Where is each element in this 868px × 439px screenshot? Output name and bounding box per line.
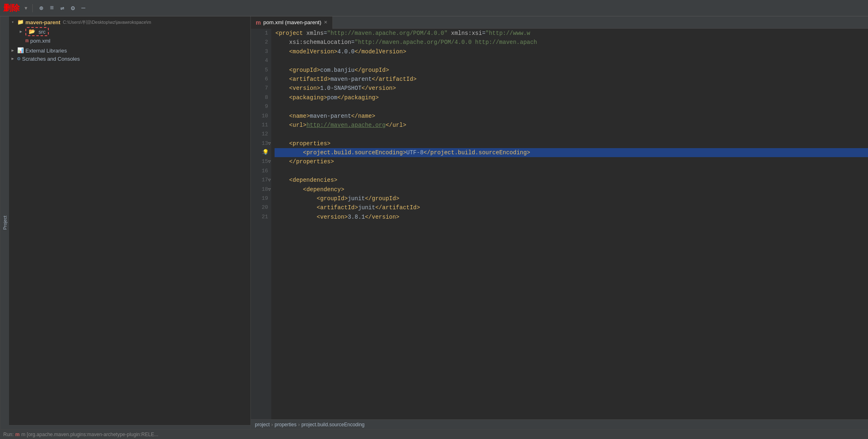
run-text: m [org.apache.maven.plugins:maven-archet…	[21, 432, 158, 437]
fold-icon-13[interactable]: ▽	[268, 139, 271, 148]
maven-parent-icon: 📁	[17, 19, 24, 25]
code-line-16	[275, 167, 868, 176]
code-line-9	[275, 102, 868, 111]
tree-arrow-pom: ▶	[20, 39, 25, 43]
line-num-8: 8	[251, 93, 268, 102]
src-folder-icon: 📂	[29, 28, 35, 35]
breadcrumb-bar: project › properties › project.build.sou…	[251, 419, 868, 429]
maven-parent-path: C:\Users\半旧\Desktop\wz\javawrokspace\m	[63, 19, 151, 25]
line-num-7: 7	[251, 84, 268, 93]
code-line-10: <name>maven-parent</name>	[275, 112, 868, 121]
code-line-12	[275, 130, 868, 139]
code-line-8: <packaging>pom</packaging>	[275, 93, 868, 102]
fold-icon-18[interactable]: ▽	[268, 185, 271, 194]
code-line-3: <modelVersion>4.0.0</modelVersion>	[275, 47, 868, 56]
tree-arrow-maven-parent: ▾	[11, 20, 17, 25]
external-libraries-label: External Libraries	[25, 48, 67, 54]
bulb-icon-14[interactable]: 💡	[262, 148, 269, 157]
delete-annotation-label: 删除	[3, 2, 20, 14]
breadcrumb-sep-2: ›	[298, 422, 300, 428]
tree-item-scratches[interactable]: ▶ ⚙ Scratches and Consoles	[9, 55, 250, 63]
maven-parent-label: maven-parent	[25, 19, 60, 25]
line-num-19: 19	[251, 194, 268, 203]
code-line-2: xsi:schemaLocation="http://maven.apache.…	[275, 38, 868, 47]
code-line-18: ▽ <dependency>	[275, 185, 868, 194]
line-num-17: 17	[251, 176, 268, 185]
transfer-icon[interactable]: ⇌	[59, 3, 66, 13]
toolbar: 删除 ▾ ⊕ ≡ ⇌ ⚙ —	[0, 0, 868, 16]
line-num-20: 20	[251, 203, 268, 212]
scratches-icon: ⚙	[17, 55, 20, 62]
editor-tabs: m pom.xml (maven-parent) ✕	[251, 16, 868, 29]
code-content[interactable]: 1 2 3 4 5 6 7 8 9 10 11 12 13 14	[251, 29, 868, 419]
project-side-label[interactable]: Project	[0, 16, 9, 429]
code-line-19: <groupId>junit</groupId>	[275, 194, 868, 203]
code-line-17: ▽ <dependencies>	[275, 176, 868, 185]
add-icon[interactable]: ⊕	[38, 3, 45, 13]
code-line-5: <groupId>com.banjiu</groupId>	[275, 66, 868, 75]
tree-arrow-ext-libs: ▶	[11, 48, 17, 53]
line-num-3: 3	[251, 47, 268, 56]
code-lines: <project xmlns="http://maven.apache.org/…	[271, 29, 868, 419]
tree-arrow-scratches: ▶	[11, 56, 17, 61]
code-line-6: <artifactId>maven-parent</artifactId>	[275, 75, 868, 84]
code-line-13: ▽ <properties>	[275, 139, 868, 148]
line-num-1: 1	[251, 29, 268, 38]
tree-arrow-src: ▶	[20, 29, 25, 34]
run-maven-icon: m	[15, 432, 20, 437]
run-label: Run:	[3, 432, 14, 437]
sidebar-scrollbar[interactable]	[9, 425, 250, 429]
line-num-9: 9	[251, 102, 268, 111]
list-icon[interactable]: ≡	[48, 4, 56, 13]
line-num-12: 12	[251, 130, 268, 139]
breadcrumb-sep-1: ›	[271, 422, 273, 428]
line-num-16: 16	[251, 167, 268, 176]
tab-close-button[interactable]: ✕	[324, 20, 327, 25]
line-num-10: 10	[251, 112, 268, 121]
breadcrumb-item-2[interactable]: properties	[275, 422, 296, 428]
code-line-21: <version>3.8.1</version>	[275, 213, 868, 222]
line-numbers: 1 2 3 4 5 6 7 8 9 10 11 12 13 14	[251, 29, 271, 419]
tab-label: pom.xml (maven-parent)	[263, 19, 321, 25]
code-line-15: ▽ </properties>	[275, 157, 868, 166]
pom-xml-label: pom.xml	[30, 38, 50, 44]
editor-area: m pom.xml (maven-parent) ✕ 1 2 3 4 5 6	[251, 16, 868, 429]
line-num-15: 15	[251, 157, 268, 166]
line-num-5: 5	[251, 66, 268, 75]
line-num-4: 4	[251, 56, 268, 65]
sidebar: ▾ 📁 maven-parent C:\Users\半旧\Desktop\wz\…	[9, 16, 251, 429]
line-num-2: 2	[251, 38, 268, 47]
settings-icon[interactable]: ⚙	[69, 3, 77, 13]
breadcrumb-item-3[interactable]: project.build.sourceEncoding	[301, 422, 364, 428]
pom-xml-icon: m	[25, 38, 29, 44]
tree-item-external-libraries[interactable]: ▶ 📊 External Libraries	[9, 46, 250, 55]
line-num-13: 13	[251, 139, 268, 148]
tree-item-pom-xml[interactable]: ▶ m pom.xml	[9, 37, 250, 45]
tab-pom-xml[interactable]: m pom.xml (maven-parent) ✕	[251, 16, 333, 29]
line-num-6: 6	[251, 75, 268, 84]
fold-icon-17[interactable]: ▽	[268, 176, 271, 185]
external-libraries-icon: 📊	[17, 47, 24, 54]
toolbar-dropdown-arrow[interactable]: ▾	[25, 5, 27, 11]
code-line-4	[275, 56, 868, 65]
code-line-1: <project xmlns="http://maven.apache.org/…	[275, 29, 868, 38]
code-line-14: 💡 <project.build.sourceEncoding>UTF-8</p…	[275, 148, 868, 157]
tab-m-icon: m	[256, 19, 261, 26]
fold-icon-15[interactable]: ▽	[268, 157, 271, 166]
code-line-7: <version>1.0-SNAPSHOT</version>	[275, 84, 868, 93]
line-num-21: 21	[251, 213, 268, 222]
bottom-bar: Run: m m [org.apache.maven.plugins:maven…	[0, 429, 868, 439]
tree-item-src[interactable]: ▶ 📂 src	[9, 26, 250, 37]
breadcrumb-item-1[interactable]: project	[255, 422, 270, 428]
code-line-11: <url>http://maven.apache.org</url>	[275, 121, 868, 130]
code-line-20: <artifactId>junit</artifactId>	[275, 203, 868, 212]
line-num-18: 18	[251, 185, 268, 194]
src-label: src	[39, 29, 45, 35]
scratches-label: Scratches and Consoles	[22, 56, 80, 62]
tree-item-maven-parent[interactable]: ▾ 📁 maven-parent C:\Users\半旧\Desktop\wz\…	[9, 18, 250, 26]
minimize-icon[interactable]: —	[80, 4, 87, 13]
sidebar-tree: ▾ 📁 maven-parent C:\Users\半旧\Desktop\wz\…	[9, 16, 250, 425]
line-num-11: 11	[251, 121, 268, 130]
toolbar-separator-1	[32, 4, 33, 12]
code-editor: 1 2 3 4 5 6 7 8 9 10 11 12 13 14	[251, 29, 868, 419]
